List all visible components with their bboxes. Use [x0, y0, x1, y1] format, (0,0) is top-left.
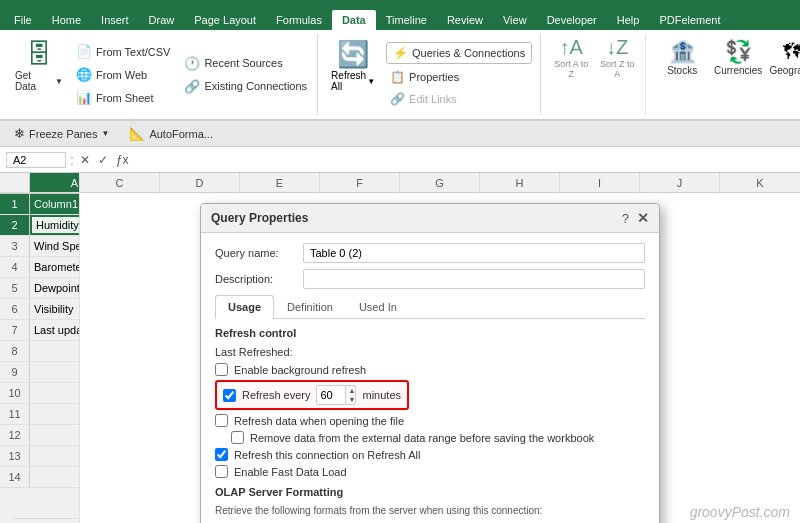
- col-header-g[interactable]: G: [400, 173, 480, 193]
- col-header-e[interactable]: E: [240, 173, 320, 193]
- currencies-icon: 💱: [725, 39, 752, 65]
- tab-timeline[interactable]: Timeline: [376, 10, 437, 30]
- spin-down-button[interactable]: ▼: [346, 395, 357, 404]
- spin-up-button[interactable]: ▲: [346, 386, 357, 395]
- olap-description: Retrieve the following formats from the …: [215, 504, 645, 518]
- text-csv-icon: 📄: [76, 44, 92, 59]
- description-input[interactable]: [303, 269, 645, 289]
- tab-pdfelement[interactable]: PDFelement: [649, 10, 730, 30]
- refresh-every-container: Refresh every ▲ ▼ minutes: [215, 380, 645, 410]
- get-transform-stack: 📄 From Text/CSV 🌐 From Web 📊 From Sheet: [72, 36, 174, 113]
- dialog-help-button[interactable]: ?: [622, 211, 629, 226]
- ribbon: File Home Insert Draw Page Layout Formul…: [0, 0, 800, 121]
- fast-load-checkbox[interactable]: [215, 465, 228, 478]
- tab-home[interactable]: Home: [42, 10, 91, 30]
- sheet-cell[interactable]: Barometer: [30, 257, 79, 277]
- sheet-cell[interactable]: Dewpoint: [30, 278, 79, 298]
- from-web-button[interactable]: 🌐 From Web: [72, 65, 174, 84]
- recent-sources-button[interactable]: 🕐 Recent Sources: [180, 54, 311, 73]
- autoformat-icon: 📐: [129, 126, 145, 141]
- tab-draw[interactable]: Draw: [139, 10, 185, 30]
- col-header-i[interactable]: I: [560, 173, 640, 193]
- stocks-button[interactable]: 🏦 Stocks: [656, 36, 708, 113]
- enable-background-checkbox[interactable]: [215, 363, 228, 376]
- table-row: 14: [0, 467, 79, 488]
- insert-function-icon[interactable]: ƒx: [114, 153, 131, 167]
- col-header-j[interactable]: J: [640, 173, 720, 193]
- tab-help[interactable]: Help: [607, 10, 650, 30]
- col-header-h[interactable]: H: [480, 173, 560, 193]
- sheet-cell[interactable]: Wind Speed: [30, 236, 79, 256]
- refresh-all-button[interactable]: 🔄 Refresh All ▼: [328, 36, 378, 113]
- tab-file[interactable]: File: [4, 10, 42, 30]
- formula-input[interactable]: [135, 153, 794, 167]
- sheet-cell[interactable]: Visibility: [30, 299, 79, 319]
- refresh-all-checkbox[interactable]: [215, 448, 228, 461]
- dialog-body: Query name: Description: Usage Definitio…: [201, 233, 659, 523]
- sheet-cell[interactable]: [30, 425, 79, 445]
- sheet-cell[interactable]: Humidity: [30, 215, 79, 235]
- tab-insert[interactable]: Insert: [91, 10, 139, 30]
- cell-reference-input[interactable]: [6, 152, 66, 168]
- properties-icon: 📋: [390, 70, 405, 84]
- sort-filter-group: ↑A Sort A to Z ↓Z Sort Z to A: [543, 34, 646, 115]
- tab-definition[interactable]: Definition: [274, 295, 346, 318]
- geography-button[interactable]: 🗺 Geography: [768, 36, 800, 113]
- col-header-k[interactable]: K: [720, 173, 800, 193]
- tab-used-in[interactable]: Used In: [346, 295, 410, 318]
- edit-links-button[interactable]: 🔗 Edit Links: [386, 90, 532, 108]
- existing-connections-button[interactable]: 🔗 Existing Connections: [180, 77, 311, 96]
- tab-view[interactable]: View: [493, 10, 537, 30]
- row-number: 5: [0, 278, 30, 298]
- refresh-minutes-value[interactable]: [317, 386, 345, 404]
- sheet-cell[interactable]: [30, 467, 79, 487]
- refresh-every-checkbox[interactable]: [223, 389, 236, 402]
- properties-button[interactable]: 📋 Properties: [386, 68, 532, 86]
- table-row: 4 Barometer 30.07 in (1015.8: [0, 257, 79, 278]
- dialog-titlebar: Query Properties ? ✕: [201, 204, 659, 233]
- remove-data-checkbox[interactable]: [231, 431, 244, 444]
- geography-icon: 🗺: [783, 39, 800, 65]
- col-header-c[interactable]: C: [80, 173, 160, 193]
- sheet-cell[interactable]: [30, 404, 79, 424]
- get-data-button[interactable]: 🗄 Get Data ▼: [12, 36, 66, 113]
- description-label: Description:: [215, 273, 295, 285]
- tab-developer[interactable]: Developer: [537, 10, 607, 30]
- from-text-csv-button[interactable]: 📄 From Text/CSV: [72, 42, 174, 61]
- col-header-a[interactable]: A: [30, 173, 79, 193]
- currencies-button[interactable]: 💱 Currencies: [712, 36, 764, 113]
- sheet-cell[interactable]: [30, 341, 79, 361]
- table-row: 7 Last update 19 Jul 8:53 pm E: [0, 320, 79, 341]
- tab-review[interactable]: Review: [437, 10, 493, 30]
- table-row: 5 Dewpoint 67°F (19°C): [0, 278, 79, 299]
- description-row: Description:: [215, 269, 645, 289]
- tab-usage[interactable]: Usage: [215, 295, 274, 319]
- col-header-row: A B: [0, 173, 79, 194]
- query-name-input[interactable]: [303, 243, 645, 263]
- tab-data[interactable]: Data: [332, 10, 376, 30]
- refresh-on-open-checkbox[interactable]: [215, 414, 228, 427]
- sheet-cell[interactable]: [30, 383, 79, 403]
- confirm-formula-icon[interactable]: ✓: [96, 153, 110, 167]
- remove-data-label: Remove data from the external data range…: [250, 432, 594, 444]
- dialog-close-button[interactable]: ✕: [637, 210, 649, 226]
- sort-asc-button[interactable]: ↑A Sort A to Z: [551, 36, 591, 113]
- freeze-panes-button[interactable]: ❄ Freeze Panes ▼: [8, 124, 115, 143]
- table-row: 11: [0, 404, 79, 425]
- cancel-formula-icon[interactable]: ✕: [78, 153, 92, 167]
- tab-formulas[interactable]: Formulas: [266, 10, 332, 30]
- connections-icon: 🔗: [184, 79, 200, 94]
- sheet-cell[interactable]: [30, 446, 79, 466]
- dialog-title: Query Properties: [211, 211, 308, 225]
- dialog-tabs: Usage Definition Used In: [215, 295, 645, 319]
- col-header-d[interactable]: D: [160, 173, 240, 193]
- from-sheet-button[interactable]: 📊 From Sheet: [72, 88, 174, 107]
- col-header-f[interactable]: F: [320, 173, 400, 193]
- autoformat-button[interactable]: 📐 AutoForma...: [123, 124, 219, 143]
- sort-desc-button[interactable]: ↓Z Sort Z to A: [597, 36, 637, 113]
- sheet-cell[interactable]: [30, 362, 79, 382]
- sheet-cell[interactable]: Last update: [30, 320, 79, 340]
- sheet-cell[interactable]: Column1▼: [30, 194, 79, 214]
- tab-page-layout[interactable]: Page Layout: [184, 10, 266, 30]
- queries-connections-button[interactable]: ⚡ Queries & Connections: [386, 42, 532, 64]
